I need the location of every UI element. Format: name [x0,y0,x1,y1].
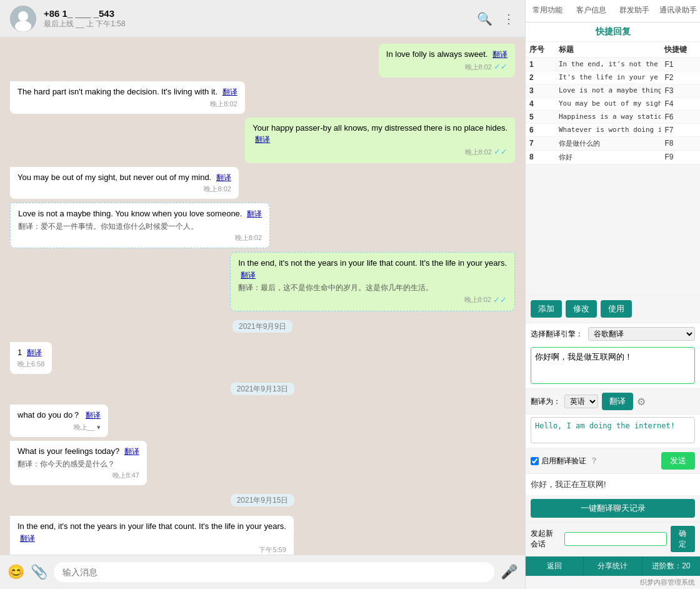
tab-customer-info[interactable]: 客户信息 [569,0,613,22]
translate-to-select[interactable]: 英语 [564,395,598,408]
tab-common-functions[interactable]: 常用功能 [526,0,569,22]
translation-result-field[interactable]: Hello, I am doing the internet! [531,417,695,443]
row-title: Happiness is a way static [555,111,661,124]
attach-icon[interactable]: 📎 [31,564,48,580]
translate-link[interactable]: 翻译 [27,348,42,357]
translate-link[interactable]: 翻译 [241,271,256,279]
quick-reply-table: 序号 标题 快捷键 1 In the end, it's not the F1 … [526,42,700,164]
row-shortcut: F7 [661,124,700,137]
use-button[interactable]: 使用 [601,300,632,318]
row-title: 你好 [555,151,661,164]
table-row[interactable]: 3 Love is not a maybe thing F3 [526,84,700,98]
row-num: 5 [526,111,555,124]
translate-link[interactable]: 翻译 [222,88,238,96]
message-text: In the end, it's not the years in your l… [238,258,507,268]
translate-engine-row: 选择翻译引擎： 谷歌翻译 [526,323,700,345]
message-time: 晚上8:47 [112,471,139,480]
expand-icon[interactable]: ▾ [97,423,101,432]
bubble: What is your feelings today? 翻译 翻译：你今天的感… [10,441,147,485]
translate-link[interactable]: 翻译 [255,135,270,144]
verify-send-row: 启用翻译验证 ？ 发送 [526,448,700,473]
bubble-meta: 晚上8:02 ✓✓ [252,146,508,158]
row-title: In the end, it's not the [555,58,661,71]
message-text: The hard part isn't making the decision.… [18,87,218,96]
translate-to-label: 翻译为： [531,396,561,407]
help-icon[interactable]: ？ [590,455,598,466]
translate-to-row: 翻译为： 英语 翻译 ⚙ [526,388,700,414]
translate-link[interactable]: 翻译 [247,209,262,218]
message-text: You may be out of my sight, but never ou… [18,173,211,182]
tab-contacts[interactable]: 通讯录助手 [656,0,700,22]
row-num: 7 [526,137,555,151]
message-5: Love is not a maybe thing. You know when… [10,203,270,248]
verify-label: 启用翻译验证 [531,456,586,466]
translation-text: 翻译：最后，这不是你生命中的岁月。这是你几年的生活。 [238,283,507,293]
message-8: what do you do？ 翻译 晚上__ ▾ [10,405,108,437]
message-9: What is your feelings today? 翻译 翻译：你今天的感… [10,441,147,485]
table-row[interactable]: 8 你好 F9 [526,151,700,164]
right-tabs: 常用功能 客户信息 群发助手 通讯录助手 [526,0,700,23]
table-row[interactable]: 7 你是做什么的 F8 [526,137,700,151]
table-row[interactable]: 5 Happiness is a way static F6 [526,111,700,124]
table-row[interactable]: 4 You may be out of my sigh F4 [526,98,700,111]
progress-button[interactable]: 进阶数：20 [642,556,700,576]
verify-checkbox[interactable] [531,457,539,465]
table-row[interactable]: 2 It's the life in your ye F2 [526,71,700,84]
date-label: 2021年9月13日 [231,383,295,395]
translate-link[interactable]: 翻译 [492,50,508,59]
col-num: 序号 [526,42,555,58]
share-stats-button[interactable]: 分享统计 [584,556,642,576]
message-4: You may be out of my sight, but never ou… [10,167,239,199]
bubble: In the end, it's not the years in your l… [10,516,294,555]
message-text: Your happy passer-by all knows, my distr… [252,123,508,133]
bubble: what do you do？ 翻译 晚上__ ▾ [10,405,108,437]
translate-button[interactable]: 翻译 [602,393,633,410]
tab-group-send[interactable]: 群发助手 [613,0,657,22]
one-click-translate-button[interactable]: 一键翻译聊天记录 [531,499,695,518]
add-button[interactable]: 添加 [531,300,562,318]
translate-engine-select[interactable]: 谷歌翻译 [588,327,695,341]
confirm-button[interactable]: 确定 [671,526,695,552]
search-icon[interactable]: 🔍 [477,11,492,26]
bubble-meta: 晚上8:02 [18,233,262,243]
header-right: 🔍 ⋮ [477,11,515,26]
bubble: You may be out of my sight, but never ou… [10,167,239,199]
translate-link[interactable]: 翻译 [124,447,139,456]
contact-status: 最后上线 __ 上 下午1:58 [44,19,126,29]
translate-link[interactable]: 翻译 [86,411,101,420]
original-message-area: 你好，我正在互联网! [526,473,700,495]
menu-icon[interactable]: ⋮ [502,11,515,26]
emoji-icon[interactable]: 😊 [8,564,24,580]
bubble: 1 翻译 晚上6:58 [10,342,52,375]
message-3: Your happy passer-by all knows, my distr… [245,118,515,163]
message-time: 晚上8:02 [464,295,491,305]
row-num: 4 [526,98,555,111]
row-title: Love is not a maybe thing [555,84,661,98]
input-text-field[interactable]: 你好啊，我是做互联网的！ [531,347,695,384]
bubble-meta: 晚上8:02 [18,99,238,109]
translate-link[interactable]: 翻译 [20,534,35,543]
message-time: 晚上8:02 [465,63,492,72]
header-left: +86 1_ ___ _543 最后上线 __ 上 下午1:58 [10,6,126,32]
settings-icon[interactable]: ⚙ [637,396,646,408]
svg-point-2 [15,21,31,32]
message-time: 晚上8:02 [204,184,231,194]
mic-icon[interactable]: 🎤 [501,564,518,580]
message-input[interactable] [54,562,494,582]
row-title: 你是做什么的 [555,137,661,151]
translate-link[interactable]: 翻译 [216,173,231,182]
bubble: In the end, it's not the years in your l… [230,252,515,311]
back-button[interactable]: 返回 [526,556,584,576]
check-icon: ✓✓ [493,294,507,306]
table-row[interactable]: 6 Whatever is worth doing i F7 [526,124,700,137]
contact-name: +86 1_ ___ _543 [44,8,126,19]
table-row[interactable]: 1 In the end, it's not the F1 [526,58,700,71]
new-chat-input[interactable] [564,532,667,546]
edit-button[interactable]: 修改 [566,300,597,318]
message-2: The hard part isn't making the decision.… [10,81,245,114]
message-time: 晚上6:58 [18,360,44,369]
message-text: What is your feelings today? [18,446,119,456]
send-button[interactable]: 发送 [661,452,695,470]
action-buttons: 添加 修改 使用 [526,294,700,323]
bubble-meta: 晚上8:02 ✓✓ [238,294,507,306]
